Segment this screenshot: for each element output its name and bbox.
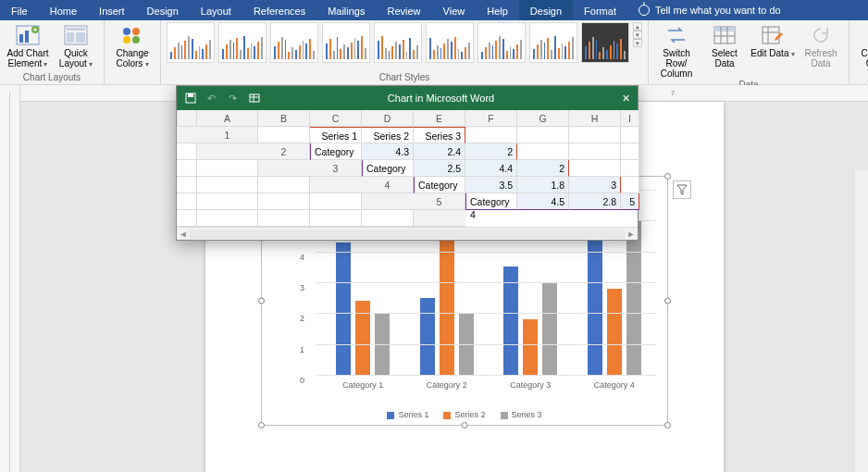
chart-style-thumbnail[interactable] <box>529 22 577 63</box>
grid-cell[interactable]: 4.5 <box>517 193 569 210</box>
chart-styles-more[interactable]: ▴▾▾ <box>633 22 642 47</box>
change-colors-button[interactable]: Change Colors <box>110 22 155 69</box>
sheet-v-scrollbar[interactable] <box>310 177 362 193</box>
column-header[interactable]: G <box>517 110 569 127</box>
scroll-track[interactable] <box>190 230 625 239</box>
grid-cell[interactable] <box>258 127 310 143</box>
bar[interactable] <box>355 301 370 375</box>
chart-style-thumbnail[interactable] <box>426 22 474 63</box>
tab-chart-design[interactable]: Design <box>519 0 573 20</box>
resize-handle[interactable] <box>258 298 265 304</box>
tab-chart-format[interactable]: Format <box>573 0 627 20</box>
close-icon[interactable]: ✕ <box>622 93 630 105</box>
tab-review[interactable]: Review <box>377 0 432 20</box>
data-grid[interactable]: ABCDEFGHI1Series 1Series 2Series 32Categ… <box>177 110 638 227</box>
grid-cell[interactable] <box>621 160 639 177</box>
grid-cell[interactable]: Series 3 <box>414 127 465 143</box>
grid-cell[interactable]: 2.5 <box>414 160 465 177</box>
chart-data-window[interactable]: ↶ ↷ Chart in Microsoft Word ✕ ABCDEFGHI1… <box>176 85 639 241</box>
chart-style-thumbnail[interactable] <box>218 22 267 63</box>
tab-view[interactable]: View <box>432 0 477 20</box>
row-header[interactable]: 5 <box>414 193 465 210</box>
grid-cell[interactable] <box>517 143 569 160</box>
redo-icon[interactable]: ↷ <box>227 93 239 105</box>
legend-item[interactable]: Series 2 <box>443 410 485 419</box>
select-all-cell[interactable] <box>177 110 197 127</box>
scroll-left-icon[interactable]: ◄ <box>177 230 190 239</box>
grid-cell[interactable]: Category 4 <box>465 193 517 210</box>
sheet-v-scrollbar[interactable] <box>362 193 414 210</box>
grid-cell[interactable]: Category 3 <box>414 177 465 193</box>
chart-style-thumbnail[interactable] <box>270 22 318 63</box>
grid-cell[interactable] <box>197 160 258 177</box>
chart-style-thumbnail[interactable] <box>477 22 526 63</box>
grid-cell[interactable] <box>310 210 362 227</box>
chart-style-thumbnail[interactable] <box>374 22 422 63</box>
bar[interactable] <box>607 289 622 375</box>
grid-cell[interactable]: 2 <box>465 143 517 160</box>
legend-item[interactable]: Series 3 <box>501 410 542 419</box>
grid-cell[interactable] <box>621 143 639 160</box>
grid-cell[interactable] <box>310 193 362 210</box>
grid-cell[interactable] <box>197 177 258 193</box>
column-header[interactable]: H <box>569 110 621 127</box>
tab-design[interactable]: Design <box>136 0 190 20</box>
grid-cell[interactable] <box>258 193 310 210</box>
grid-cell[interactable]: 2.4 <box>414 143 465 160</box>
grid-cell[interactable] <box>465 127 517 143</box>
chart-legend[interactable]: Series 1Series 2Series 3 <box>262 410 667 419</box>
vertical-ruler[interactable] <box>0 85 20 472</box>
grid-cell[interactable] <box>177 143 197 160</box>
sheet-titlebar[interactable]: ↶ ↷ Chart in Microsoft Word ✕ <box>177 86 638 110</box>
grid-cell[interactable]: 2.8 <box>569 193 621 210</box>
grid-cell[interactable]: 4.4 <box>465 160 517 177</box>
grid-cell[interactable] <box>569 127 621 143</box>
column-header[interactable]: F <box>465 110 517 127</box>
grid-cell[interactable] <box>517 127 569 143</box>
tab-file[interactable]: File <box>0 0 39 20</box>
tab-layout[interactable]: Layout <box>190 0 242 20</box>
legend-item[interactable]: Series 1 <box>387 410 428 419</box>
grid-cell[interactable]: 3.5 <box>465 177 517 193</box>
bar[interactable] <box>588 236 602 375</box>
grid-cell[interactable]: 5 <box>621 193 639 210</box>
bar[interactable] <box>336 242 351 375</box>
row-header[interactable]: 1 <box>197 127 258 143</box>
grid-cell[interactable]: 2 <box>517 160 569 177</box>
sheet-v-scrollbar[interactable] <box>177 127 197 143</box>
grid-cell[interactable]: 3 <box>569 177 621 193</box>
column-header[interactable]: I <box>621 110 639 127</box>
grid-cell[interactable]: Category 1 <box>310 143 362 160</box>
grid-cell[interactable]: Category 2 <box>362 160 414 177</box>
chart-filters-button[interactable] <box>673 180 691 199</box>
grid-cell[interactable] <box>569 143 621 160</box>
switch-row-column-button[interactable]: Switch Row/ Column <box>654 22 699 79</box>
save-icon[interactable] <box>184 93 196 105</box>
vertical-scrollbar[interactable] <box>855 170 868 472</box>
row-header[interactable]: 3 <box>310 160 362 177</box>
bar[interactable] <box>542 282 557 375</box>
add-chart-element-button[interactable]: Add Chart Element <box>6 22 50 69</box>
bar[interactable] <box>626 220 641 375</box>
row-header[interactable]: 2 <box>258 143 310 160</box>
resize-handle[interactable] <box>462 422 468 429</box>
grid-cell[interactable] <box>621 177 639 193</box>
bar[interactable] <box>523 319 538 375</box>
grid-cell[interactable] <box>197 193 258 210</box>
column-header[interactable]: E <box>414 110 465 127</box>
chart-style-thumbnail[interactable] <box>167 22 215 63</box>
refresh-data-button[interactable]: Refresh Data <box>799 22 843 68</box>
grid-cell[interactable] <box>177 160 197 177</box>
resize-handle[interactable] <box>664 298 671 304</box>
chart-style-thumbnail[interactable] <box>581 22 629 63</box>
chart-style-thumbnail[interactable] <box>322 22 370 63</box>
sheet-v-scrollbar[interactable] <box>197 143 258 160</box>
undo-icon[interactable]: ↶ <box>205 93 217 105</box>
grid-cell[interactable] <box>177 177 197 193</box>
tab-home[interactable]: Home <box>39 0 88 20</box>
grid-cell[interactable] <box>362 210 414 227</box>
sheet-v-scrollbar[interactable] <box>414 210 465 227</box>
grid-cell[interactable]: Series 2 <box>362 127 414 143</box>
bar[interactable] <box>420 298 435 375</box>
grid-cell[interactable]: 4.3 <box>362 143 414 160</box>
